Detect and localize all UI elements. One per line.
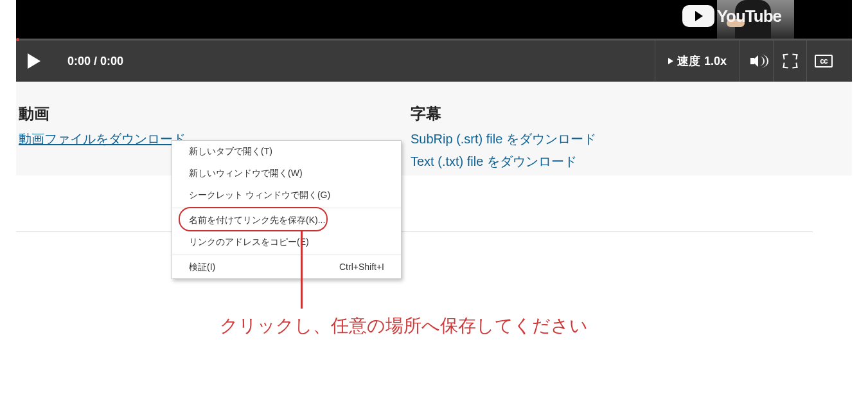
subtitle-download-column: 字幕 SubRip (.srt) file をダウンロード Text (.txt… [408, 104, 852, 176]
cm-open-new-window[interactable]: 新しいウィンドウで開く(W) [172, 163, 401, 184]
volume-button[interactable] [740, 40, 774, 82]
context-menu: 新しいタブで開く(T) 新しいウィンドウで開く(W) シークレット ウィンドウで… [172, 140, 402, 279]
speed-arrow-icon [668, 58, 673, 64]
speed-label: 速度 [677, 53, 700, 69]
cm-save-link-as[interactable]: 名前を付けてリンク先を保存(K)... [172, 210, 401, 231]
cm-shortcut-text: Ctrl+Shift+I [339, 262, 384, 273]
fullscreen-icon [783, 54, 797, 68]
horizontal-rule [16, 231, 813, 232]
fullscreen-button[interactable] [774, 40, 807, 82]
cm-inspect[interactable]: 検証(I) Ctrl+Shift+I [172, 256, 401, 278]
cm-open-incognito[interactable]: シークレット ウィンドウで開く(G) [172, 184, 401, 206]
playback-time: 0:00 / 0:00 [67, 55, 123, 68]
video-content-area: YouTube [16, 0, 852, 39]
progress-handle[interactable] [16, 38, 19, 41]
video-heading: 動画 [19, 104, 408, 124]
speed-control[interactable]: 速度 1.0x [655, 40, 740, 82]
download-txt-link[interactable]: Text (.txt) file をダウンロード [411, 153, 852, 170]
play-button-icon[interactable] [28, 53, 40, 69]
youtube-play-icon [682, 5, 714, 27]
cm-copy-link-address[interactable]: リンクのアドレスをコピー(E) [172, 231, 401, 253]
download-srt-link[interactable]: SubRip (.srt) file をダウンロード [411, 130, 852, 148]
speed-value: 1.0x [704, 55, 727, 68]
cm-open-new-tab[interactable]: 新しいタブで開く(T) [172, 141, 401, 163]
youtube-logo[interactable]: YouTube [682, 5, 781, 27]
subtitle-heading: 字幕 [411, 104, 852, 124]
youtube-wordmark: YouTube [717, 6, 781, 26]
download-section: 動画 動画ファイルをダウンロード 字幕 SubRip (.srt) file を… [16, 82, 852, 176]
video-controls-bar: 0:00 / 0:00 速度 1.0x cc [16, 40, 852, 82]
play-triangle-icon [695, 11, 703, 21]
volume-icon [750, 55, 763, 68]
cc-icon: cc [815, 55, 833, 68]
video-progress-bar[interactable] [16, 39, 852, 40]
cm-separator [172, 255, 401, 255]
cm-separator [172, 208, 401, 208]
captions-button[interactable]: cc [807, 55, 840, 68]
annotation-text: クリックし、任意の場所へ保存してください [220, 314, 588, 338]
